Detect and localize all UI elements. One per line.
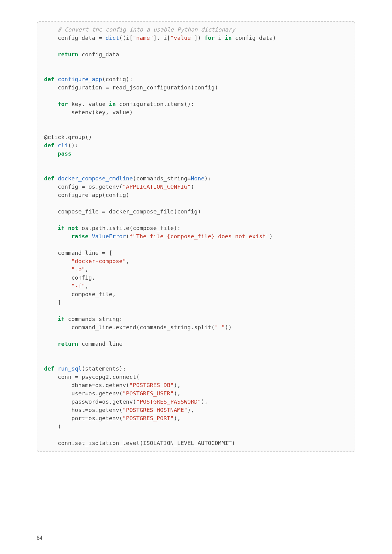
code-token: return — [58, 51, 78, 58]
code-token: ), — [174, 390, 180, 397]
code-token: " " — [215, 324, 225, 330]
code-token: ] — [58, 299, 61, 306]
code-token: "value" — [170, 35, 194, 41]
code-token: os — [95, 382, 102, 388]
code-token: ( — [191, 84, 194, 91]
code-token: getenv — [99, 390, 119, 397]
code-token: ( — [126, 382, 129, 388]
code-token: [ — [109, 250, 112, 256]
code-token: commands_string — [136, 175, 187, 182]
code-token: key — [95, 109, 105, 115]
code-token: ) — [232, 440, 235, 446]
code-token: "POSTGRES_DB" — [129, 382, 174, 388]
code-token: for — [58, 101, 68, 107]
code-token: getenv — [99, 183, 119, 190]
code-token: getenv — [99, 415, 119, 421]
code-token: , — [85, 283, 89, 289]
code-token: ) — [126, 192, 129, 198]
code-token: = — [85, 390, 89, 397]
code-token: [ — [129, 35, 133, 41]
code-token: path — [92, 225, 106, 231]
code-token: ) — [198, 208, 201, 215]
code-token: commands_string — [140, 324, 191, 330]
code-token: "-f" — [71, 283, 85, 289]
code-token: [ — [167, 35, 170, 41]
code-token: = — [85, 415, 89, 421]
code-token: split — [194, 324, 211, 330]
code-token: ( — [119, 415, 123, 421]
code-token: ): — [126, 76, 133, 82]
code-token: f"The file {compose_file} does not exist… — [129, 233, 269, 239]
code-token: in — [109, 101, 116, 107]
code-token: . — [191, 324, 194, 330]
code-token: . — [95, 390, 99, 397]
page-number: 84 — [37, 535, 42, 541]
code-token: , — [112, 291, 116, 297]
code-token: "APPLICATION_CONFIG" — [123, 183, 191, 190]
code-token: in — [225, 35, 232, 41]
code-token: getenv — [106, 382, 126, 388]
code-token: @click.group() — [44, 134, 92, 140]
code-token: = — [187, 175, 191, 182]
code-token: None — [191, 175, 205, 182]
code-token: = — [105, 84, 109, 91]
code-token: "POSTGRES_USER" — [123, 390, 174, 397]
code-token: return — [58, 341, 78, 347]
code-token: ( — [140, 440, 143, 446]
code-token: def — [44, 76, 54, 82]
code-token: def — [44, 365, 54, 372]
code-token: cli — [58, 142, 68, 149]
code-token: = — [99, 398, 102, 405]
code-token: . — [164, 101, 167, 107]
code-token: "docker-compose" — [71, 258, 126, 264]
code-token: ( — [82, 365, 85, 372]
code-token: run_sql — [58, 365, 82, 372]
code-token: . — [109, 374, 112, 380]
code-token: ( — [92, 109, 95, 115]
code-token: ( — [133, 175, 136, 182]
code-token: = — [92, 382, 95, 388]
code-token: . — [106, 225, 109, 231]
code-token: os — [89, 390, 95, 397]
code-token: ), — [174, 415, 180, 421]
code-token: "name" — [133, 35, 153, 41]
code-listing: # Convert the config into a usable Pytho… — [37, 21, 355, 452]
code-token: ) — [58, 423, 61, 430]
code-token: pass — [58, 150, 72, 157]
code-token: = — [82, 183, 85, 190]
code-token: configure_app — [58, 76, 102, 82]
code-token: . — [89, 225, 92, 231]
code-token: ), — [174, 382, 180, 388]
code-token: not — [68, 225, 78, 231]
code-token: getenv — [99, 407, 119, 413]
code-token: = — [102, 208, 105, 215]
code-token: ): — [205, 175, 211, 182]
code-token: = — [99, 35, 102, 41]
code-token: "-p" — [71, 266, 85, 273]
code-token: ( — [119, 390, 123, 397]
code-token: compose_file — [133, 225, 174, 231]
code-token: (( — [119, 35, 126, 41]
code-token: ]) — [194, 35, 201, 41]
code-token: ValueError — [92, 233, 126, 239]
code-token: ( — [136, 324, 140, 330]
code-token: config — [106, 192, 126, 198]
code-token: ), — [187, 407, 194, 413]
code-token: if — [58, 316, 65, 322]
code-token: = — [85, 407, 89, 413]
code-token: connect — [112, 374, 136, 380]
code-token: ( — [102, 76, 105, 82]
code-token: ( — [174, 208, 177, 215]
code-token: dict — [106, 35, 119, 41]
code-token: = — [102, 250, 105, 256]
code-token: ) — [269, 233, 273, 239]
code-token: i — [126, 35, 129, 41]
code-token: raise — [71, 233, 89, 239]
code-token: ) — [191, 183, 194, 190]
code-token: ), — [201, 398, 208, 405]
code-token: ( — [119, 183, 123, 190]
code-token: , — [106, 109, 109, 115]
code-token: ): — [119, 365, 126, 372]
code-token: , — [85, 266, 89, 273]
code-token: . — [102, 382, 105, 388]
